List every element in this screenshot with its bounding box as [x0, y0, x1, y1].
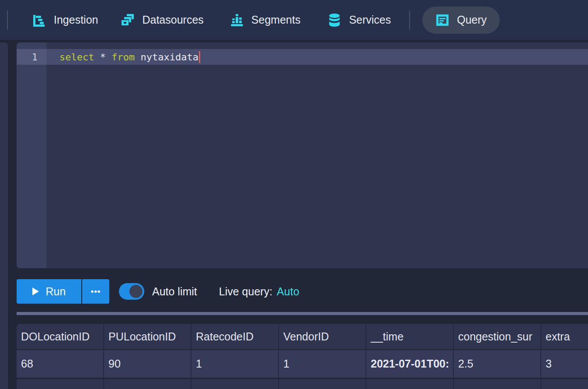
nav-tab-services[interactable]: Services — [327, 13, 391, 27]
live-query-value[interactable]: Auto — [277, 285, 299, 298]
table-header-row: DOLocationID PULocationID RatecodeID Ven… — [17, 324, 588, 349]
nav-tab-query[interactable]: Query — [422, 7, 500, 34]
toggle-knob — [129, 285, 143, 298]
sql-keyword-from: from — [111, 52, 135, 63]
column-header-congestion-surcharge[interactable]: congestion_sur — [454, 324, 541, 349]
cell-time[interactable] — [366, 379, 454, 389]
nav-tab-services-label: Services — [349, 14, 391, 26]
nav-query-divider — [409, 11, 410, 30]
segmented-bar-chart-icon — [230, 13, 244, 27]
cell-vendorid[interactable]: 1 — [279, 350, 366, 378]
cell-vendorid[interactable] — [279, 379, 366, 389]
top-nav: Ingestion Datasources Segments — [0, 0, 588, 40]
column-header-extra[interactable]: extra — [541, 324, 588, 349]
more-options-icon: ••• — [91, 287, 101, 296]
cell-ratecodeid[interactable] — [191, 379, 279, 389]
line-number: 1 — [17, 49, 46, 65]
left-panel-strip — [0, 42, 8, 389]
column-header-vendorid[interactable]: VendorID — [279, 324, 366, 349]
database-icon — [327, 13, 341, 27]
nav-left-divider — [7, 11, 8, 30]
editor-gutter — [17, 42, 46, 268]
cell-dolocationid[interactable]: 68 — [17, 350, 104, 378]
code-line[interactable]: select * from nytaxidata — [46, 51, 200, 63]
cell-congestion-surcharge[interactable]: 2.5 — [454, 350, 541, 378]
editor-active-line[interactable]: 1 select * from nytaxidata — [17, 49, 588, 65]
column-header-ratecodeid[interactable]: RatecodeID — [191, 324, 279, 349]
nav-tab-datasources[interactable]: Datasources — [121, 13, 203, 27]
multi-select-icon — [121, 13, 135, 27]
live-query-control: Live query: Auto — [219, 285, 299, 298]
column-header-time[interactable]: __time — [366, 324, 454, 349]
run-button-label: Run — [46, 285, 66, 298]
cell-extra[interactable] — [541, 379, 588, 389]
cell-dolocationid[interactable] — [17, 379, 104, 389]
panel-resize-handle[interactable] — [17, 312, 588, 315]
gantt-chart-icon — [32, 13, 46, 27]
sql-identifier: nytaxidata — [135, 52, 198, 63]
nav-tab-ingestion-label: Ingestion — [54, 14, 98, 26]
query-results-table: DOLocationID PULocationID RatecodeID Ven… — [17, 324, 588, 389]
nav-tab-datasources-label: Datasources — [142, 14, 203, 26]
application-icon — [435, 13, 449, 27]
query-controls: Run ••• Auto limit Live query: Auto — [17, 279, 588, 304]
table-row — [17, 379, 588, 389]
sql-keyword-select: select — [59, 52, 94, 63]
column-header-pulocationid[interactable]: PULocationID — [104, 324, 191, 349]
cell-congestion-surcharge[interactable] — [454, 379, 541, 389]
column-header-dolocationid[interactable]: DOLocationID — [17, 324, 104, 349]
cell-pulocationid[interactable] — [104, 379, 191, 389]
run-more-button[interactable]: ••• — [82, 279, 109, 304]
nav-tab-ingestion[interactable]: Ingestion — [32, 13, 98, 27]
live-query-label: Live query: — [219, 285, 272, 298]
cell-extra[interactable]: 3 — [541, 350, 588, 378]
text-cursor — [199, 51, 200, 63]
sql-editor[interactable]: 1 select * from nytaxidata — [17, 42, 588, 268]
cell-ratecodeid[interactable]: 1 — [191, 350, 279, 378]
nav-tab-query-label: Query — [457, 14, 487, 26]
auto-limit-label: Auto limit — [152, 285, 197, 298]
table-row: 68 90 1 1 2021-07-01T00: 2.5 3 — [17, 350, 588, 378]
sql-star: * — [94, 52, 111, 63]
nav-tab-segments-label: Segments — [251, 14, 301, 26]
auto-limit-switch[interactable]: Auto limit — [119, 283, 197, 300]
run-button[interactable]: Run — [17, 279, 81, 304]
cell-time[interactable]: 2021-07-01T00: — [366, 350, 454, 378]
play-icon — [32, 287, 39, 295]
cell-pulocationid[interactable]: 90 — [104, 350, 191, 378]
toggle-track[interactable] — [119, 283, 144, 300]
nav-tab-segments[interactable]: Segments — [230, 13, 301, 27]
